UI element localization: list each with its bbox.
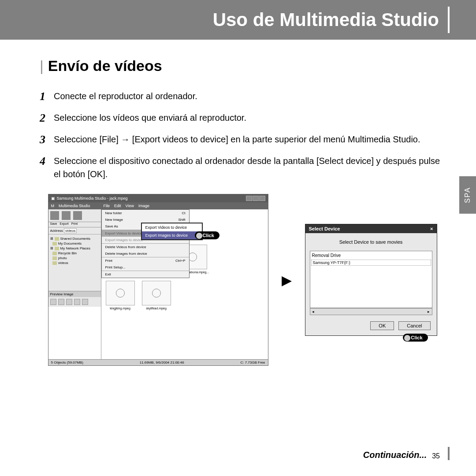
step-1-text: Conecte el reproductor al ordenador.: [54, 88, 197, 105]
menu-edit[interactable]: Edit: [114, 204, 121, 208]
tree-item[interactable]: My Documents: [58, 242, 82, 245]
device-list[interactable]: Removal Drive Samsung YP-T7F(F:): [310, 251, 432, 308]
preview-header: Preview Image: [48, 291, 101, 297]
horizontal-scrollbar[interactable]: ◂▸: [310, 308, 432, 315]
tree-item[interactable]: My Network Places: [60, 246, 90, 250]
menu-item[interactable]: New Image: [105, 218, 123, 222]
preview-area: [48, 307, 101, 360]
arrow-right-icon: ▶: [282, 272, 292, 288]
menu-item[interactable]: Save As: [105, 224, 118, 228]
tree-item[interactable]: photo: [58, 256, 67, 260]
step-number: 1: [40, 88, 54, 105]
app-window: ▣ Samsung Multimedia Studio - jack.mpeg …: [48, 194, 268, 366]
click-callout: Click: [403, 334, 428, 342]
list-header: Removal Drive: [311, 252, 431, 259]
header-divider: [448, 7, 450, 33]
step-number: 2: [40, 109, 54, 126]
preview-tools[interactable]: [48, 297, 101, 307]
page-number: 35: [432, 452, 440, 460]
footer-bar: [448, 447, 450, 460]
window-controls[interactable]: [246, 196, 265, 201]
menu-item[interactable]: Export Images to device: [105, 238, 143, 242]
brand-text: Multimedia Studio: [59, 204, 90, 208]
print-label: Print: [71, 222, 78, 225]
select-device-dialog: Select Device × Select Device to save mo…: [305, 224, 437, 336]
main-area: New folderCt New ImageShift Save As Expo…: [101, 209, 268, 359]
steps-list: 1Conecte el reproductor al ordenador. 2S…: [40, 88, 445, 181]
menu-view[interactable]: View: [126, 204, 134, 208]
tree-item[interactable]: Recycle Bin: [58, 251, 77, 255]
dialog-title-text: Select Device: [309, 226, 340, 231]
video-thumb[interactable]: skylifead.mpeg: [142, 281, 171, 310]
address-value[interactable]: videos: [64, 228, 77, 233]
step-number: 4: [40, 152, 54, 181]
menu-item[interactable]: Print: [105, 259, 112, 263]
export-label: Export: [60, 222, 68, 225]
tree-item[interactable]: videos: [58, 261, 68, 265]
folder-tree[interactable]: ⊞Shared Documents My Documents ⊞My Netwo…: [48, 234, 101, 291]
status-right: C: 7.73GB Free: [240, 361, 265, 364]
statusbar: 5 Objects (59.07MB) 11.69MB, 9/6/2004 21…: [48, 359, 268, 365]
step-4-text: Seleccione el dispositivo conectado al o…: [54, 152, 445, 181]
video-thumb[interactable]: kingjking.mpeg: [106, 281, 135, 310]
app-icon: ▣: [51, 196, 55, 201]
page-header: Uso de Multimedia Studio: [0, 0, 476, 40]
continuation-text: Continuación...: [363, 450, 427, 460]
dialog-message: Select Device to save movies: [305, 233, 437, 251]
section-title: |Envío de vídeos: [40, 57, 445, 74]
page-footer: Continuación... 35: [363, 447, 450, 460]
menu-item[interactable]: Export Videos to device: [105, 231, 142, 235]
export-icon[interactable]: [62, 211, 71, 220]
save-label: Save: [50, 222, 57, 225]
page-header-title: Uso de Multimedia Studio: [213, 9, 439, 30]
click-callout: Click: [195, 231, 219, 239]
menu-item[interactable]: Exit: [105, 272, 111, 276]
titlebar: ▣ Samsung Multimedia Studio - jack.mpeg: [48, 194, 268, 202]
file-menu-dropdown[interactable]: New folderCt New ImageShift Save As Expo…: [101, 209, 190, 278]
step-3-text: Seleccione [File] → [Export videos to de…: [54, 131, 420, 148]
dialog-titlebar: Select Device ×: [305, 224, 437, 233]
step-2-text: Seleccione los vídeos que enviará al rep…: [54, 109, 246, 126]
print-icon[interactable]: [73, 211, 82, 220]
cancel-button[interactable]: Cancel: [398, 321, 430, 330]
window-title: Samsung Multimedia Studio - jack.mpeg: [57, 196, 128, 201]
step-number: 3: [40, 131, 54, 148]
close-icon[interactable]: ×: [430, 226, 433, 231]
menu-item[interactable]: New folder: [105, 211, 122, 215]
address-label: Address: [50, 229, 63, 233]
menu-item[interactable]: Delete Images from device: [105, 252, 147, 256]
device-list-item[interactable]: Samsung YP-T7F(F:): [311, 260, 431, 266]
brand-icon: M: [51, 204, 55, 208]
menu-file[interactable]: File: [104, 204, 110, 208]
menu-image[interactable]: Image: [138, 204, 149, 208]
status-left: 5 Objects (59.07MB): [51, 361, 83, 364]
submenu-export-images[interactable]: Export Images to device: [142, 231, 202, 239]
ok-button[interactable]: OK: [370, 321, 394, 330]
tree-item[interactable]: Shared Documents: [60, 237, 90, 241]
status-center: 11.69MB, 9/6/2004 21:00:46: [140, 361, 184, 364]
sidebar: Save Export Print Address videos ⊞Shared…: [48, 209, 101, 359]
side-tab: SPA: [459, 176, 476, 214]
section-title-text: Envío de vídeos: [48, 57, 162, 74]
menu-item[interactable]: Print Setup...: [105, 265, 126, 269]
save-icon[interactable]: [50, 211, 59, 220]
submenu-export-videos[interactable]: Export Videos to device: [142, 223, 202, 231]
export-submenu[interactable]: Export Videos to device Export Images to…: [141, 223, 203, 240]
app-brand-bar: M Multimedia Studio File Edit View Image: [48, 202, 268, 209]
menu-item[interactable]: Delete Videos from device: [105, 245, 146, 249]
